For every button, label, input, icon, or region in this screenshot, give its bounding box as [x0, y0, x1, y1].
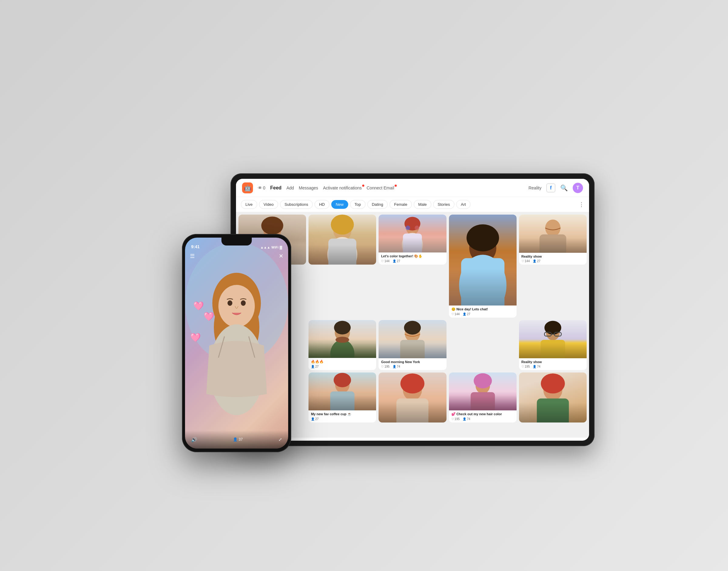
phone-notch: [221, 238, 252, 245]
card-info-7: Good morning New York ♡ 195 👤 74: [379, 358, 446, 370]
tab-live[interactable]: Live: [241, 200, 257, 209]
card-viewers-7: 👤 74: [392, 365, 400, 368]
stream-card-12[interactable]: [519, 372, 586, 423]
eye-icon: 👁: [258, 186, 262, 190]
card-title-8: Reality show: [522, 360, 584, 364]
nav-activate-notifications[interactable]: Activate notifications: [323, 186, 362, 190]
svg-point-18: [545, 219, 560, 236]
stream-card-2[interactable]: [308, 215, 376, 264]
heart-decoration-1: 🩷: [193, 301, 204, 311]
tab-subscriptions[interactable]: Subscriptions: [280, 200, 313, 209]
tablet-device: 🤖 👁 0 Feed Add Messages Activate notific…: [182, 149, 546, 422]
card-title-6: 🔥🔥🔥: [311, 360, 374, 364]
phone-viewer-icon: 👤: [233, 437, 238, 442]
card-likes-4: ♡ 144: [451, 313, 460, 316]
stream-card-5[interactable]: Reality show ♡ 144 👤 27: [519, 215, 586, 264]
card-title-4: 😊 Nice day! Lets chat!: [451, 307, 514, 311]
viewer-icon: 👤: [392, 365, 396, 368]
phone-stream-bg: 🩷 🩷 🩷: [185, 238, 288, 449]
card-thumbnail-11: [449, 372, 517, 411]
phone-time: 9:41: [191, 244, 200, 249]
card-title-3: Let's color together! 🎨✋: [381, 254, 444, 258]
filter-tabs: Live Video Subscriptions HD New Top Dati…: [236, 197, 589, 212]
card-stats-9: 👤 27: [311, 417, 374, 421]
tab-stories[interactable]: Stories: [433, 200, 454, 209]
viewer-icon: 👤: [463, 417, 466, 421]
svg-point-40: [473, 373, 492, 388]
tab-video[interactable]: Video: [259, 200, 278, 209]
svg-point-37: [400, 373, 424, 393]
wifi-icon: WiFi: [271, 245, 278, 249]
stream-card-7[interactable]: Good morning New York ♡ 195 👤 74: [379, 320, 446, 370]
svg-point-51: [241, 300, 246, 306]
card-viewers-5: 👤 27: [533, 259, 540, 263]
svg-point-49: [218, 285, 255, 327]
tab-new[interactable]: New: [331, 200, 348, 209]
card-info-8: Reality show ♡ 195 👤 74: [519, 358, 586, 370]
stream-card-4[interactable]: 😊 Nice day! Lets chat! ♡ 144 👤: [449, 215, 517, 318]
stream-card-9[interactable]: My new fav coffee cup ☕ 👤 27: [308, 372, 376, 423]
card-thumbnail-8: [519, 320, 586, 358]
card-thumbnail-2: [308, 215, 376, 264]
card-stats-7: ♡ 195 👤 74: [381, 365, 444, 368]
viewer-icon: 👤: [311, 417, 314, 421]
phone-device: 🩷 🩷 🩷: [182, 234, 291, 452]
heart-icon: ♡: [381, 259, 384, 263]
stream-card-6[interactable]: 🔥🔥🔥 👤 27: [308, 320, 376, 370]
nav-messages[interactable]: Messages: [299, 186, 318, 190]
nav-reality[interactable]: Reality: [528, 186, 541, 190]
card-viewers-3: 👤 27: [392, 259, 400, 263]
svg-point-15: [466, 224, 499, 251]
search-button[interactable]: 🔍: [560, 184, 568, 192]
card-thumbnail-5: [519, 215, 586, 253]
heart-decoration-2: 🩷: [190, 333, 201, 342]
heart-decoration-3: 🩷: [203, 312, 214, 322]
card-thumbnail-10: [379, 372, 446, 423]
card-placeholder-col4: [449, 320, 517, 370]
app-icon[interactable]: 🤖: [242, 183, 253, 193]
phone-close-button[interactable]: ✕: [279, 253, 283, 259]
card-info-6: 🔥🔥🔥 👤 27: [308, 358, 376, 370]
phone-volume-button[interactable]: 🔊: [191, 437, 197, 443]
nav-add[interactable]: Add: [286, 186, 294, 190]
tab-female[interactable]: Female: [389, 200, 412, 209]
phone-menu-button[interactable]: ☰: [190, 253, 195, 259]
tab-male[interactable]: Male: [414, 200, 431, 209]
card-title-7: Good morning New York: [381, 360, 444, 364]
stream-card-10[interactable]: [379, 372, 446, 423]
svg-point-43: [541, 373, 565, 393]
svg-point-1: [261, 217, 283, 235]
card-viewers-6: 👤 27: [311, 365, 318, 368]
card-thumbnail-3: [379, 215, 446, 252]
card-info-9: My new fav coffee cup ☕ 👤 27: [308, 411, 376, 423]
card-likes-3: ♡ 144: [381, 259, 389, 263]
facebook-button[interactable]: f: [546, 183, 555, 193]
viewer-icon: 👤: [311, 365, 314, 368]
card-stats-4: ♡ 144 👤 27: [451, 313, 514, 316]
card-stats-8: ♡ 195 👤 74: [522, 365, 584, 368]
tab-dating[interactable]: Dating: [367, 200, 388, 209]
phone-top-controls: ☰ ✕: [185, 253, 288, 259]
more-options-button[interactable]: ⋮: [579, 201, 584, 208]
tablet-header: 🤖 👁 0 Feed Add Messages Activate notific…: [236, 179, 589, 197]
phone-fullscreen-button[interactable]: ⤢: [278, 437, 282, 442]
card-likes-8: ♡ 195: [522, 365, 530, 368]
card-thumbnail-12: [519, 372, 586, 423]
nav-connect-email[interactable]: Connect Email: [367, 186, 394, 190]
tab-top[interactable]: Top: [350, 200, 366, 209]
phone-screen: 🩷 🩷 🩷: [185, 238, 288, 449]
stream-card-8[interactable]: Reality show ♡ 195 👤 74: [519, 320, 586, 370]
stream-card-11[interactable]: 💕 Check out my new hair color ♡ 195 👤: [449, 372, 517, 423]
stream-card-3[interactable]: Let's color together! 🎨✋ ♡ 144 👤 27: [379, 215, 446, 264]
view-count: 👁 0: [258, 186, 265, 190]
user-avatar[interactable]: T: [573, 183, 583, 193]
phone-viewer-count: 👤 37: [233, 437, 243, 442]
phone-status-icons: ▲▲▲ WiFi ▓: [260, 245, 282, 249]
svg-point-21: [334, 321, 351, 335]
card-info-3: Let's color together! 🎨✋ ♡ 144 👤 27: [379, 252, 446, 264]
tab-art[interactable]: Art: [456, 200, 470, 209]
nav-feed[interactable]: Feed: [270, 185, 281, 191]
card-viewers-11: 👤 74: [463, 417, 470, 421]
card-viewers-9: 👤 27: [311, 417, 318, 421]
tab-hd[interactable]: HD: [314, 200, 330, 209]
